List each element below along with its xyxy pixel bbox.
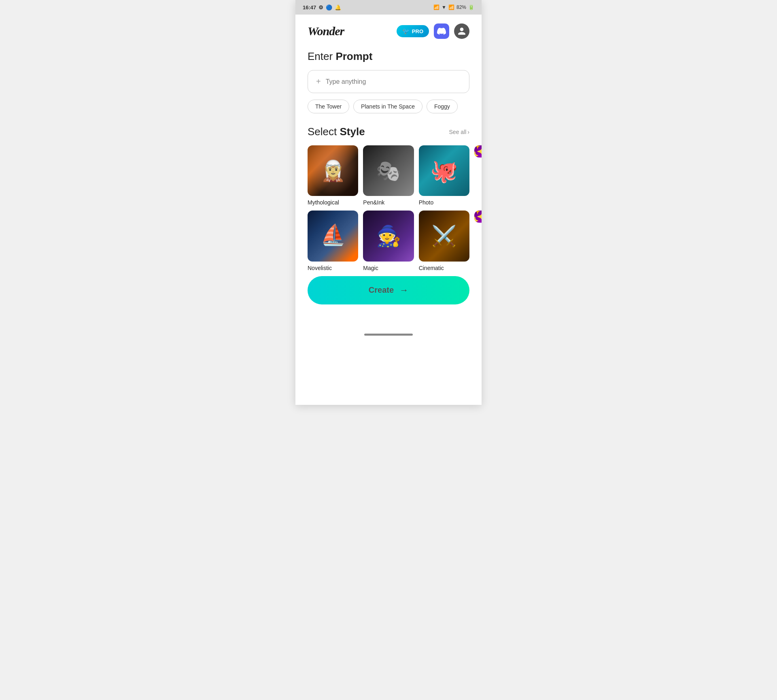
app-logo: Wonder [308, 24, 344, 38]
style-thumb-novelistic [308, 211, 358, 261]
chevron-right-icon: › [467, 129, 469, 135]
create-button[interactable]: Create → [308, 276, 469, 304]
style-header: Select Style See all › [308, 126, 469, 138]
style-label-penink: Pen&Ink [363, 199, 414, 206]
style-item-mythological[interactable]: Mythological [308, 145, 358, 206]
discord-icon [437, 27, 446, 36]
style-item-magic[interactable]: Magic [363, 211, 414, 271]
sim-icon: 📶 [433, 4, 439, 10]
style-item-partial-bottom [474, 211, 482, 271]
style-thumb-magic [363, 211, 414, 261]
style-item-photo[interactable]: Photo [419, 145, 469, 206]
see-all-button[interactable]: See all › [449, 129, 469, 135]
style-thumb-partial-bottom [474, 211, 482, 223]
plus-icon: + [316, 77, 321, 86]
home-bar [364, 334, 413, 336]
see-all-label: See all [449, 129, 467, 135]
chip-foggy[interactable]: Foggy [427, 100, 458, 113]
logo-text: Wonder [308, 24, 344, 38]
bell-icon: 🔔 [335, 4, 341, 11]
style-title-normal: Select [308, 126, 340, 138]
style-title-bold: Style [340, 126, 365, 138]
prompt-input[interactable] [326, 78, 461, 85]
prompt-input-wrapper[interactable]: + [308, 70, 469, 93]
bird-icon: 🐦 [402, 28, 410, 35]
style-item-penink[interactable]: Pen&Ink [363, 145, 414, 206]
style-label-mythological: Mythological [308, 199, 358, 206]
prompt-title-bold: Prompt [335, 50, 372, 62]
style-item-novelistic[interactable]: Novelistic [308, 211, 358, 271]
style-item-cinematic[interactable]: Cinematic [419, 211, 469, 271]
style-thumb-photo [419, 145, 469, 196]
style-section: Select Style See all › Mythological Pen&… [308, 126, 469, 271]
discord-button[interactable] [434, 23, 449, 39]
style-label-magic: Magic [363, 265, 414, 271]
status-time: 16:47 ⚙ 🔵 🔔 [303, 4, 341, 11]
chips-row: The Tower Planets in The Space Foggy [308, 100, 469, 113]
home-indicator [295, 329, 482, 339]
style-row-1: Mythological Pen&Ink Photo [308, 145, 469, 206]
pro-badge[interactable]: 🐦 PRO [397, 25, 429, 37]
time-display: 16:47 [303, 4, 316, 11]
style-label-cinematic: Cinematic [419, 265, 469, 271]
signal-icon: 📶 [448, 4, 454, 10]
chip-planets[interactable]: Planets in The Space [353, 100, 422, 113]
settings-icon: ⚙ [318, 4, 323, 11]
style-thumb-penink [363, 145, 414, 196]
main-content: Enter Prompt + The Tower Planets in The … [295, 46, 482, 329]
prompt-section: Enter Prompt + The Tower Planets in The … [308, 50, 469, 113]
style-title: Select Style [308, 126, 365, 138]
create-button-label: Create [369, 285, 394, 295]
phone-container: 16:47 ⚙ 🔵 🔔 📶 ▼ 📶 82% 🔋 Wonder 🐦 PRO [295, 0, 482, 405]
style-label-novelistic: Novelistic [308, 265, 358, 271]
style-thumb-cinematic [419, 211, 469, 261]
user-icon [457, 27, 466, 36]
battery-display: 82% [456, 4, 466, 10]
style-label-photo: Photo [419, 199, 469, 206]
status-right: 📶 ▼ 📶 82% 🔋 [433, 4, 474, 10]
style-thumb-partial-top [474, 145, 482, 157]
wifi-icon: ▼ [442, 4, 446, 10]
app-header: Wonder 🐦 PRO [295, 15, 482, 46]
chip-the-tower[interactable]: The Tower [308, 100, 349, 113]
battery-icon: 🔋 [468, 4, 474, 10]
style-item-partial-top [474, 145, 482, 206]
pro-label: PRO [412, 28, 423, 34]
profile-button[interactable] [454, 23, 469, 39]
header-actions: 🐦 PRO [397, 23, 469, 39]
style-row-2: Novelistic Magic Cinematic [308, 211, 469, 271]
style-thumb-mythological [308, 145, 358, 196]
create-arrow-icon: → [399, 285, 408, 296]
bluetooth-icon: 🔵 [326, 4, 332, 11]
status-bar: 16:47 ⚙ 🔵 🔔 📶 ▼ 📶 82% 🔋 [295, 0, 482, 15]
prompt-title: Enter Prompt [308, 50, 469, 63]
prompt-title-normal: Enter [308, 50, 335, 62]
